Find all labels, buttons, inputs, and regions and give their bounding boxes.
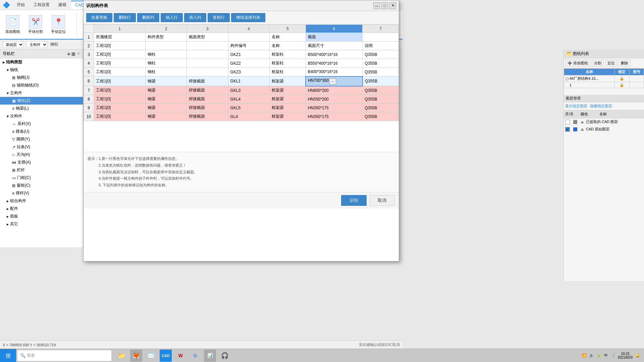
dialog-restore-btn[interactable]: □	[381, 2, 388, 9]
cell-9-6[interactable]: HN350*175	[306, 104, 362, 112]
tree-gutter-H[interactable]: ∩ 天沟(H)	[0, 151, 83, 159]
notification-icon[interactable]: 🔔	[635, 353, 640, 358]
tree-railing[interactable]: ⊞ 栏杆	[0, 166, 83, 174]
tree-steel-column-Z[interactable]: ▣ 钢柱(Z)	[0, 97, 83, 105]
show-layer-btn[interactable]: 显示指定图层	[565, 104, 587, 109]
hide-layer-btn[interactable]: 隐藏指定图层	[590, 104, 612, 109]
cell-5-3[interactable]	[187, 68, 228, 76]
tree-main-component[interactable]: ▾ 主构件	[0, 89, 83, 97]
add-map-icon[interactable]: 📄	[6, 15, 19, 28]
cell-6-3[interactable]: 焊接截面	[187, 76, 228, 86]
cell-9-3[interactable]: 焊接截面	[187, 104, 228, 112]
cell-1-3[interactable]: 截面类型	[187, 33, 228, 42]
cell-1-5[interactable]: 名称	[269, 33, 306, 42]
tree-other[interactable]: ▸ 其它	[0, 220, 83, 228]
cell-4-1[interactable]: 工程1[0]	[94, 59, 146, 68]
cell-9-5[interactable]: 框架梁	[269, 104, 306, 112]
tree-panel[interactable]: ▸ 面板	[0, 213, 83, 220]
table-row-1[interactable]: 1所属楼层构件类型截面类型名称截面	[84, 33, 399, 42]
nav-list-view-btn[interactable]: ≡	[67, 51, 70, 57]
component-dropdown[interactable]: 主构件	[26, 41, 48, 48]
delete-drawing-btn[interactable]: 删除	[619, 60, 631, 67]
cell-7-6[interactable]: HN600*200	[306, 86, 362, 95]
tree-grid-J[interactable]: ⊞ 轴网(J)	[0, 74, 83, 81]
continue-select-btn[interactable]: 继续选择列表	[231, 13, 265, 22]
ellipsis-btn-6-6[interactable]: ...	[329, 78, 336, 84]
taskbar-app-icon[interactable]: 📊	[204, 350, 216, 362]
cell-10-6[interactable]: HN350*175	[306, 112, 362, 121]
table-row-6[interactable]: 6工程1[0]钢梁焊接截面GKL1框架梁HN700*300...Q355B	[84, 76, 399, 86]
taskbar-browser-icon[interactable]: 🦊	[130, 350, 142, 362]
locate-drawing-btn[interactable]: 定位	[605, 60, 617, 67]
col-header-1[interactable]: 1	[94, 25, 146, 33]
cell-6-6[interactable]: HN700*300...	[306, 76, 362, 86]
split-icon[interactable]: ✂️	[29, 15, 42, 28]
cell-1-4[interactable]	[228, 33, 269, 42]
cell-10-1[interactable]: 工程1[0]	[94, 112, 146, 121]
cell-8-7[interactable]: Q355B	[363, 95, 399, 104]
cell-9-2[interactable]: 钢梁	[146, 104, 187, 112]
tree-door-C[interactable]: ▭ 门框(C)	[0, 174, 83, 182]
tab-settings[interactable]: 工程设置	[30, 1, 54, 9]
cell-1-2[interactable]: 构件类型	[146, 33, 187, 42]
tree-aux-axis-O[interactable]: ⊟ 辅助轴线(O)	[0, 81, 83, 89]
table-row-10[interactable]: 10工程1[0]钢梁焊接截面GL4框架梁HN350*175Q355B	[84, 112, 399, 121]
cell-3-3[interactable]	[187, 50, 228, 59]
col-header-3[interactable]: 3	[187, 25, 228, 33]
table-row-4[interactable]: 4工程1[0]钢柱GKZ2框架柱B550*400*16*16Q355B	[84, 59, 399, 68]
insert-row-btn[interactable]: 插入行	[161, 13, 183, 22]
cell-10-7[interactable]: Q355B	[363, 112, 399, 121]
cell-9-1[interactable]: 工程1[0]	[94, 104, 146, 112]
cell-2-5[interactable]: 名称	[269, 42, 306, 50]
cell-4-4[interactable]: GKZ2	[228, 59, 269, 68]
tree-structure-type[interactable]: ▸ 结构类型	[0, 58, 83, 66]
cell-1-1[interactable]: 所属楼层	[94, 33, 146, 42]
cell-5-4[interactable]: GKZ3	[228, 68, 269, 76]
cell-7-4[interactable]: GKL3	[228, 86, 269, 95]
cell-6-7[interactable]: Q355B	[363, 76, 399, 86]
cell-2-2[interactable]	[146, 42, 187, 50]
cell-4-3[interactable]	[187, 59, 228, 68]
dialog-table-container[interactable]: 1 2 3 4 5 6 7 1所属楼层构件类型截面类型名称截面2工程1[0]构件…	[84, 24, 399, 152]
tree-support-A[interactable]: ⋈ 支撑(A)	[0, 159, 83, 166]
cell-10-2[interactable]: 钢梁	[146, 112, 187, 121]
col-header-7[interactable]: 7	[363, 25, 399, 33]
col-header-2[interactable]: 2	[146, 25, 187, 33]
cell-7-1[interactable]: 工程1[0]	[94, 86, 146, 95]
cell-8-1[interactable]: 工程1[0]	[94, 95, 146, 104]
taskbar-w-icon[interactable]: W	[174, 350, 186, 362]
locate-icon[interactable]: 📍	[52, 15, 65, 28]
cell-6-2[interactable]: 钢梁	[146, 76, 187, 86]
tree-steel-beam-L[interactable]: ≡ 钢梁(L)	[0, 105, 83, 112]
layer-row-1[interactable]: 已提取的 CAD 图层	[564, 118, 644, 126]
cell-6-4[interactable]: GKL1	[228, 76, 269, 86]
delete-col-btn[interactable]: 删除列	[137, 13, 159, 22]
split-drawing-btn[interactable]: 分割	[592, 60, 604, 67]
tree-purlin-U[interactable]: ≡ 檩条(U)	[0, 128, 83, 135]
dialog-close-btn[interactable]: ✕	[389, 2, 396, 9]
cell-5-6[interactable]: B400*300*16*16	[306, 68, 362, 76]
table-row-5[interactable]: 5工程1[0]钢柱GKZ3框架柱B400*300*16*16Q355B	[84, 68, 399, 76]
cell-5-5[interactable]: 框架柱	[269, 68, 306, 76]
add-drawing-btn[interactable]: ➕ 添加图纸	[565, 60, 590, 67]
cell-4-7[interactable]: Q355B	[363, 59, 399, 68]
tree-window-C[interactable]: ⊞ 窗框(C)	[0, 182, 83, 189]
cell-2-1[interactable]: 工程1[0]	[94, 42, 146, 50]
tab-build[interactable]: 建模	[54, 1, 70, 9]
cell-9-7[interactable]: Q355B	[363, 104, 399, 112]
tree-strut-V[interactable]: ≡ 撑杆(V)	[0, 189, 83, 197]
start-button[interactable]: ⊞	[0, 349, 16, 362]
table-row-7[interactable]: 7工程1[0]钢梁焊接截面GKL3框架梁HN600*200Q355B	[84, 86, 399, 95]
copy-row-btn[interactable]: 复制行	[208, 13, 230, 22]
cell-3-4[interactable]: GKZ1	[228, 50, 269, 59]
cell-9-4[interactable]: GKL5	[228, 104, 269, 112]
cell-4-2[interactable]: 钢柱	[146, 59, 187, 68]
tree-axis[interactable]: ▾ 轴线	[0, 66, 83, 74]
cell-7-5[interactable]: 框架梁	[269, 86, 306, 95]
cell-3-2[interactable]: 钢柱	[146, 50, 187, 59]
cell-6-1[interactable]: 工程1[0]	[94, 76, 146, 86]
cell-3-6[interactable]: B500*400*16*16	[306, 50, 362, 59]
cell-8-5[interactable]: 框架梁	[269, 95, 306, 104]
cell-10-3[interactable]: 焊接截面	[187, 112, 228, 121]
tree-sub-component[interactable]: ▾ 次构件	[0, 112, 83, 120]
